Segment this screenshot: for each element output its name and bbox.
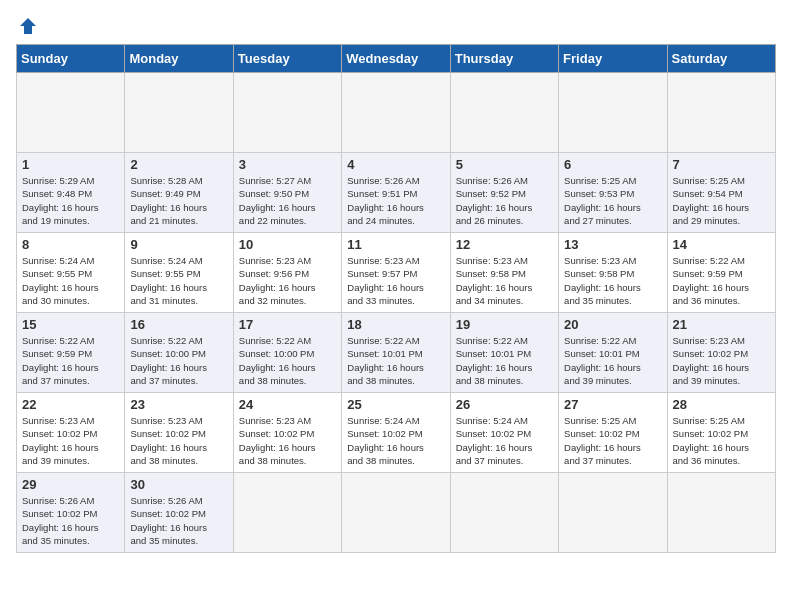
logo-icon <box>18 16 38 36</box>
day-number: 23 <box>130 397 227 412</box>
day-info: Sunrise: 5:26 AM Sunset: 9:52 PM Dayligh… <box>456 174 553 227</box>
calendar-cell <box>667 473 775 553</box>
calendar-cell <box>450 473 558 553</box>
day-info: Sunrise: 5:22 AM Sunset: 10:00 PM Daylig… <box>239 334 336 387</box>
day-number: 26 <box>456 397 553 412</box>
calendar-cell: 21Sunrise: 5:23 AM Sunset: 10:02 PM Dayl… <box>667 313 775 393</box>
calendar-cell: 20Sunrise: 5:22 AM Sunset: 10:01 PM Dayl… <box>559 313 667 393</box>
calendar-cell: 5Sunrise: 5:26 AM Sunset: 9:52 PM Daylig… <box>450 153 558 233</box>
day-number: 15 <box>22 317 119 332</box>
day-info: Sunrise: 5:23 AM Sunset: 10:02 PM Daylig… <box>130 414 227 467</box>
calendar-cell: 13Sunrise: 5:23 AM Sunset: 9:58 PM Dayli… <box>559 233 667 313</box>
day-info: Sunrise: 5:23 AM Sunset: 9:58 PM Dayligh… <box>564 254 661 307</box>
calendar-header-tuesday: Tuesday <box>233 45 341 73</box>
calendar-cell: 2Sunrise: 5:28 AM Sunset: 9:49 PM Daylig… <box>125 153 233 233</box>
calendar-cell: 23Sunrise: 5:23 AM Sunset: 10:02 PM Dayl… <box>125 393 233 473</box>
day-number: 28 <box>673 397 770 412</box>
day-number: 6 <box>564 157 661 172</box>
calendar-cell: 27Sunrise: 5:25 AM Sunset: 10:02 PM Dayl… <box>559 393 667 473</box>
day-info: Sunrise: 5:26 AM Sunset: 9:51 PM Dayligh… <box>347 174 444 227</box>
day-info: Sunrise: 5:22 AM Sunset: 10:01 PM Daylig… <box>564 334 661 387</box>
calendar-cell: 18Sunrise: 5:22 AM Sunset: 10:01 PM Dayl… <box>342 313 450 393</box>
day-info: Sunrise: 5:25 AM Sunset: 9:53 PM Dayligh… <box>564 174 661 227</box>
calendar-cell <box>17 73 125 153</box>
calendar-header-row: SundayMondayTuesdayWednesdayThursdayFrid… <box>17 45 776 73</box>
day-number: 10 <box>239 237 336 252</box>
svg-marker-0 <box>20 18 36 34</box>
day-info: Sunrise: 5:22 AM Sunset: 10:00 PM Daylig… <box>130 334 227 387</box>
day-info: Sunrise: 5:25 AM Sunset: 10:02 PM Daylig… <box>673 414 770 467</box>
day-number: 5 <box>456 157 553 172</box>
calendar-cell <box>233 73 341 153</box>
day-info: Sunrise: 5:24 AM Sunset: 9:55 PM Dayligh… <box>130 254 227 307</box>
day-info: Sunrise: 5:25 AM Sunset: 9:54 PM Dayligh… <box>673 174 770 227</box>
calendar-cell <box>559 73 667 153</box>
day-number: 21 <box>673 317 770 332</box>
calendar-cell: 17Sunrise: 5:22 AM Sunset: 10:00 PM Dayl… <box>233 313 341 393</box>
day-number: 17 <box>239 317 336 332</box>
calendar-header-thursday: Thursday <box>450 45 558 73</box>
day-info: Sunrise: 5:23 AM Sunset: 10:02 PM Daylig… <box>239 414 336 467</box>
day-info: Sunrise: 5:22 AM Sunset: 10:01 PM Daylig… <box>456 334 553 387</box>
calendar-header-saturday: Saturday <box>667 45 775 73</box>
calendar-header-friday: Friday <box>559 45 667 73</box>
day-number: 25 <box>347 397 444 412</box>
calendar-cell: 12Sunrise: 5:23 AM Sunset: 9:58 PM Dayli… <box>450 233 558 313</box>
day-info: Sunrise: 5:22 AM Sunset: 9:59 PM Dayligh… <box>673 254 770 307</box>
day-number: 3 <box>239 157 336 172</box>
day-info: Sunrise: 5:27 AM Sunset: 9:50 PM Dayligh… <box>239 174 336 227</box>
calendar-cell: 11Sunrise: 5:23 AM Sunset: 9:57 PM Dayli… <box>342 233 450 313</box>
calendar-header-sunday: Sunday <box>17 45 125 73</box>
calendar-cell <box>559 473 667 553</box>
day-info: Sunrise: 5:25 AM Sunset: 10:02 PM Daylig… <box>564 414 661 467</box>
calendar-week-row: 8Sunrise: 5:24 AM Sunset: 9:55 PM Daylig… <box>17 233 776 313</box>
day-info: Sunrise: 5:23 AM Sunset: 9:56 PM Dayligh… <box>239 254 336 307</box>
day-number: 14 <box>673 237 770 252</box>
day-number: 18 <box>347 317 444 332</box>
calendar-cell: 3Sunrise: 5:27 AM Sunset: 9:50 PM Daylig… <box>233 153 341 233</box>
day-number: 19 <box>456 317 553 332</box>
calendar-cell: 25Sunrise: 5:24 AM Sunset: 10:02 PM Dayl… <box>342 393 450 473</box>
day-info: Sunrise: 5:24 AM Sunset: 10:02 PM Daylig… <box>456 414 553 467</box>
calendar-cell: 6Sunrise: 5:25 AM Sunset: 9:53 PM Daylig… <box>559 153 667 233</box>
calendar-cell: 16Sunrise: 5:22 AM Sunset: 10:00 PM Dayl… <box>125 313 233 393</box>
calendar-header-monday: Monday <box>125 45 233 73</box>
day-number: 9 <box>130 237 227 252</box>
calendar-cell: 1Sunrise: 5:29 AM Sunset: 9:48 PM Daylig… <box>17 153 125 233</box>
calendar-table: SundayMondayTuesdayWednesdayThursdayFrid… <box>16 44 776 553</box>
logo <box>16 16 38 36</box>
calendar-header-wednesday: Wednesday <box>342 45 450 73</box>
day-info: Sunrise: 5:23 AM Sunset: 10:02 PM Daylig… <box>673 334 770 387</box>
day-number: 29 <box>22 477 119 492</box>
calendar-cell <box>342 473 450 553</box>
page-header <box>16 16 776 36</box>
calendar-cell: 9Sunrise: 5:24 AM Sunset: 9:55 PM Daylig… <box>125 233 233 313</box>
calendar-cell: 10Sunrise: 5:23 AM Sunset: 9:56 PM Dayli… <box>233 233 341 313</box>
day-info: Sunrise: 5:23 AM Sunset: 10:02 PM Daylig… <box>22 414 119 467</box>
calendar-cell <box>233 473 341 553</box>
day-info: Sunrise: 5:24 AM Sunset: 9:55 PM Dayligh… <box>22 254 119 307</box>
calendar-week-row: 1Sunrise: 5:29 AM Sunset: 9:48 PM Daylig… <box>17 153 776 233</box>
calendar-cell <box>125 73 233 153</box>
day-number: 11 <box>347 237 444 252</box>
calendar-cell: 24Sunrise: 5:23 AM Sunset: 10:02 PM Dayl… <box>233 393 341 473</box>
calendar-cell: 29Sunrise: 5:26 AM Sunset: 10:02 PM Dayl… <box>17 473 125 553</box>
day-number: 1 <box>22 157 119 172</box>
calendar-cell <box>667 73 775 153</box>
calendar-week-row: 29Sunrise: 5:26 AM Sunset: 10:02 PM Dayl… <box>17 473 776 553</box>
day-info: Sunrise: 5:28 AM Sunset: 9:49 PM Dayligh… <box>130 174 227 227</box>
day-number: 30 <box>130 477 227 492</box>
calendar-cell: 7Sunrise: 5:25 AM Sunset: 9:54 PM Daylig… <box>667 153 775 233</box>
calendar-cell: 4Sunrise: 5:26 AM Sunset: 9:51 PM Daylig… <box>342 153 450 233</box>
calendar-week-row <box>17 73 776 153</box>
calendar-week-row: 22Sunrise: 5:23 AM Sunset: 10:02 PM Dayl… <box>17 393 776 473</box>
day-number: 4 <box>347 157 444 172</box>
calendar-cell: 30Sunrise: 5:26 AM Sunset: 10:02 PM Dayl… <box>125 473 233 553</box>
day-info: Sunrise: 5:24 AM Sunset: 10:02 PM Daylig… <box>347 414 444 467</box>
day-info: Sunrise: 5:23 AM Sunset: 9:57 PM Dayligh… <box>347 254 444 307</box>
day-number: 16 <box>130 317 227 332</box>
calendar-cell: 8Sunrise: 5:24 AM Sunset: 9:55 PM Daylig… <box>17 233 125 313</box>
calendar-cell: 14Sunrise: 5:22 AM Sunset: 9:59 PM Dayli… <box>667 233 775 313</box>
calendar-cell: 15Sunrise: 5:22 AM Sunset: 9:59 PM Dayli… <box>17 313 125 393</box>
day-number: 12 <box>456 237 553 252</box>
